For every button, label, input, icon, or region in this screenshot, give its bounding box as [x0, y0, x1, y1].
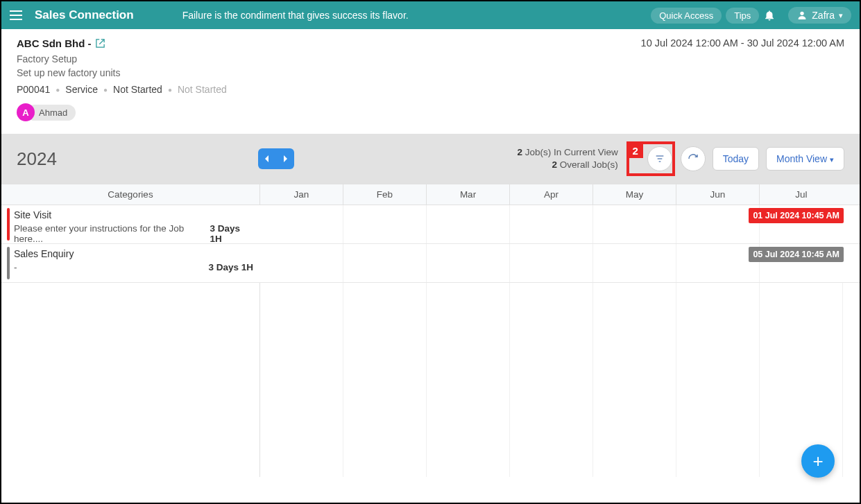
category-row[interactable]: Site Visit Please enter your instruction…	[1, 205, 260, 244]
chevron-down-icon: ▾	[839, 11, 843, 20]
categories-header: Categories	[1, 184, 260, 205]
app-brand[interactable]: Sales Connection	[35, 8, 134, 22]
refresh-button[interactable]	[681, 146, 706, 171]
next-button[interactable]	[276, 148, 294, 169]
refresh-icon	[688, 153, 699, 164]
schedule-row: 05 Jul 2024 10:45 AM	[260, 244, 860, 283]
quick-access-button[interactable]: Quick Access	[651, 8, 722, 24]
month-header: Feb	[343, 184, 427, 205]
month-header: Jun	[676, 184, 760, 205]
assignee-avatar[interactable]: A	[17, 103, 35, 121]
job-stats: 2 Job(s) In Current View 2 Overall Job(s…	[517, 146, 617, 171]
bell-icon[interactable]	[763, 9, 783, 21]
user-name: Zafra	[812, 10, 835, 21]
filter-button[interactable]	[647, 146, 672, 171]
schedule-grid: Site Visit Please enter your instruction…	[1, 205, 860, 283]
month-header: Apr	[510, 184, 593, 205]
months-column: 01 Jul 2024 10:45 AM 05 Jul 2024 10:45 A…	[260, 205, 860, 283]
svg-point-0	[801, 12, 804, 15]
top-bar: Sales Connection Failure is the condimen…	[1, 1, 860, 29]
tips-button[interactable]: Tips	[726, 8, 759, 24]
schedule-header-row: Categories Jan Feb Mar Apr May Jun Jul	[1, 184, 860, 205]
plus-icon: +	[812, 451, 823, 472]
project-date-range: 10 Jul 2024 12:00 AM - 30 Jul 2024 12:00…	[641, 37, 844, 49]
user-icon	[796, 10, 808, 21]
schedule-empty-area	[1, 283, 860, 477]
callout-number: 2	[628, 143, 643, 158]
month-header: Mar	[427, 184, 510, 205]
project-meta: P00041 ● Service ● Not Started ● Not Sta…	[17, 84, 844, 95]
filter-callout: 2	[626, 141, 675, 176]
categories-column: Site Visit Please enter your instruction…	[1, 205, 260, 283]
project-code: P00041	[17, 84, 50, 95]
month-header: Jan	[260, 184, 343, 205]
project-subtitle: Set up new factory units	[17, 67, 844, 78]
project-status-1: Not Started	[113, 84, 162, 95]
category-duration: 3 Days 1H	[208, 262, 253, 272]
month-header: Jul	[760, 184, 843, 205]
project-info-panel: ABC Sdn Bhd - 10 Jul 2024 12:00 AM - 30 …	[1, 29, 860, 134]
view-dropdown[interactable]: Month View▾	[766, 147, 844, 171]
category-title: Sales Enquiry	[14, 248, 253, 259]
chevron-down-icon: ▾	[830, 155, 834, 164]
project-title: Factory Setup	[17, 53, 844, 64]
schedule-event[interactable]: 05 Jul 2024 10:45 AM	[749, 247, 844, 262]
open-external-icon[interactable]	[95, 38, 105, 49]
header-quote: Failure is the condiment that gives succ…	[182, 10, 409, 21]
filter-icon	[654, 153, 665, 164]
category-title: Site Visit	[14, 209, 253, 220]
project-assignee: A Ahmad	[17, 103, 844, 121]
category-color-bar	[7, 247, 10, 279]
project-status-2: Not Started	[178, 84, 227, 95]
schedule-toolbar: 2024 2 Job(s) In Current View 2 Overall …	[1, 134, 860, 184]
prev-button[interactable]	[258, 148, 276, 169]
category-sub: -	[14, 262, 17, 272]
add-fab-button[interactable]: +	[801, 444, 835, 478]
year-nav	[258, 148, 294, 169]
category-row[interactable]: Sales Enquiry - 3 Days 1H	[1, 244, 260, 283]
menu-icon[interactable]	[10, 8, 25, 23]
today-button[interactable]: Today	[713, 147, 759, 171]
user-menu[interactable]: Zafra ▾	[788, 7, 851, 24]
month-header: May	[593, 184, 676, 205]
category-sub: Please enter your instructions for the J…	[14, 223, 210, 244]
category-duration: 3 Days 1H	[210, 223, 253, 244]
schedule-row: 01 Jul 2024 10:45 AM	[260, 205, 860, 244]
year-label: 2024	[17, 148, 57, 170]
category-color-bar	[7, 208, 10, 241]
schedule-event[interactable]: 01 Jul 2024 10:45 AM	[749, 208, 844, 223]
project-type: Service	[65, 84, 98, 95]
